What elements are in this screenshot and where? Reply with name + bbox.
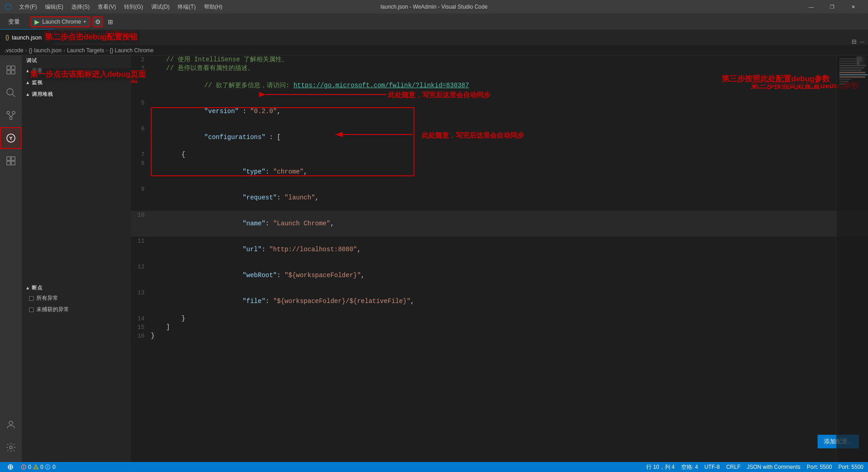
highlight-region: 7 { 8 "type": "chrome", 9 "request": "la…: [131, 150, 868, 323]
callstack-triangle-icon: ▲: [25, 92, 30, 97]
breadcrumb-sep2: ›: [63, 47, 65, 54]
source-control-icon: [5, 110, 16, 121]
svg-rect-13: [7, 157, 10, 160]
warning-icon: [33, 464, 39, 470]
search-icon: [5, 87, 16, 98]
status-left: 0 0 0: [5, 464, 55, 470]
checkbox-all-exceptions[interactable]: [29, 296, 34, 301]
more-actions-icon[interactable]: ···: [859, 38, 864, 45]
svg-rect-16: [11, 161, 15, 165]
arrow-svg: [331, 128, 422, 141]
explorer-icon: [5, 65, 16, 75]
activity-accounts[interactable]: [0, 414, 22, 436]
maximize-button[interactable]: ❐: [822, 0, 843, 14]
window-controls: — ❐ ✕: [801, 0, 863, 14]
sidebar-section-breakpoints-header[interactable]: ▲ 断点: [22, 283, 131, 293]
status-remote[interactable]: [5, 464, 16, 470]
activity-debug[interactable]: [0, 127, 22, 149]
status-position[interactable]: 行 10，列 4: [646, 463, 675, 471]
checkbox-uncaught-exceptions[interactable]: [29, 308, 34, 312]
vscode-logo-icon: ⬡: [5, 2, 12, 12]
breakpoint-uncaught-label: 未捕获的异常: [36, 306, 69, 313]
activity-source-control[interactable]: [0, 104, 22, 126]
menu-select[interactable]: 选择(S): [68, 2, 93, 12]
sidebar-section-watch-header[interactable]: ▲ 监视: [22, 77, 131, 87]
status-spaces[interactable]: 空格: 4: [681, 463, 698, 471]
status-encoding[interactable]: UTF-8: [704, 464, 720, 470]
status-bar: 0 0 0 行 10，列 4 空格: 4 UTF-8 CRLF JSON wit…: [0, 462, 868, 472]
sidebar-section-variables-label: 变量: [32, 67, 42, 74]
breadcrumb: .vscode › {} launch.json › Launch Target…: [0, 45, 868, 55]
close-button[interactable]: ✕: [843, 0, 863, 14]
sidebar-section-variables-header[interactable]: ▲ 变量: [22, 65, 131, 75]
sidebar-title: 调试: [22, 55, 131, 65]
title-bar-left: ⬡ 文件(F) 编辑(E) 选择(S) 查看(V) 转到(G) 调试(D) 终端…: [5, 2, 226, 12]
sidebar-section-variables: ▲ 变量: [22, 65, 131, 75]
code-line-11: 11 "url": "http://localhost:8080",: [131, 237, 868, 263]
svg-point-17: [9, 421, 13, 425]
activity-search[interactable]: [0, 82, 22, 104]
triangle-icon: ▲: [25, 68, 30, 73]
sidebar-section-watch-label: 监视: [32, 79, 42, 86]
menu-file[interactable]: 文件(F): [15, 2, 40, 12]
code-line-13: 13 "file": "${workspaceFolder}/${relativ…: [131, 288, 868, 314]
activity-explorer[interactable]: [0, 59, 22, 81]
svg-rect-1: [11, 66, 15, 70]
split-icon: ⊞: [108, 18, 113, 25]
title-bar-menu: 文件(F) 编辑(E) 选择(S) 查看(V) 转到(G) 调试(D) 终端(T…: [15, 2, 226, 12]
breadcrumb-vscode[interactable]: .vscode: [5, 47, 23, 54]
menu-goto[interactable]: 转到(G): [120, 2, 146, 12]
breakpoints-triangle-icon: ▲: [25, 285, 30, 290]
code-line-9: 9 "request": "launch",: [131, 185, 868, 211]
menu-edit[interactable]: 编辑(E): [41, 2, 67, 12]
sidebar-section-callstack-header[interactable]: ▲ 调用堆栈: [22, 89, 131, 99]
split-editor-icon[interactable]: ⊟: [852, 38, 857, 45]
debug-toolbar: ▶ Launch Chrome ▾ ⚙ ⊞: [30, 16, 116, 27]
sidebar-section-callstack-label: 调用堆栈: [32, 91, 53, 98]
svg-rect-3: [11, 70, 15, 74]
status-line-ending[interactable]: CRLF: [726, 464, 740, 470]
svg-point-7: [12, 111, 15, 114]
menu-terminal[interactable]: 终端(T): [174, 2, 199, 12]
svg-point-24: [23, 468, 24, 469]
annotation-step1: 第一步点击该图标进入debug页面: [131, 75, 138, 85]
status-right: 行 10，列 4 空格: 4 UTF-8 CRLF JSON with Comm…: [646, 463, 863, 471]
breakpoint-uncaught-exceptions[interactable]: 未捕获的异常: [22, 304, 131, 315]
debug-icon: [5, 133, 16, 144]
code-line-16: 16 }: [131, 332, 868, 340]
menu-help[interactable]: 帮助(H): [200, 2, 226, 12]
annotation-step2: 第二步点击debug配置按钮: [43, 30, 136, 40]
activity-settings[interactable]: [0, 437, 22, 458]
breadcrumb-launch-chrome[interactable]: {} Launch Chrome: [110, 47, 154, 54]
status-port[interactable]: Port: 5500: [807, 464, 832, 470]
breadcrumb-launch-targets[interactable]: Launch Targets: [67, 47, 104, 54]
info-count: 0: [52, 464, 55, 470]
error-icon: [21, 464, 26, 470]
debug-config-name: Launch Chrome: [42, 19, 81, 25]
minimize-button[interactable]: —: [801, 0, 822, 14]
minimap-content: ▓▓▒░ ▓▒▒░: [837, 55, 868, 87]
breadcrumb-launch-json[interactable]: {} launch.json: [29, 47, 61, 54]
dropdown-arrow-icon: ▾: [84, 19, 86, 24]
debug-gear-button[interactable]: ⚙: [92, 16, 103, 27]
watch-triangle-icon: ▲: [25, 80, 30, 85]
status-errors[interactable]: 0 0 0: [21, 464, 55, 470]
code-line-5: 5 "version" : "0.2.0",: [131, 99, 868, 124]
code-editor[interactable]: 2 // 使用 IntelliSense 了解相关属性。 3 // 悬停以查看有…: [131, 55, 868, 462]
debug-config-button[interactable]: ▶ Launch Chrome ▾: [30, 16, 90, 27]
breakpoint-all-exceptions[interactable]: 所有异常: [22, 293, 131, 304]
menu-view[interactable]: 查看(V): [94, 2, 120, 12]
svg-rect-0: [7, 66, 10, 70]
accounts-icon: [5, 419, 16, 430]
code-line-3: 3 // 悬停以查看有属性的描述。: [131, 64, 868, 73]
debug-split-button[interactable]: ⊞: [105, 16, 116, 27]
menu-debug[interactable]: 调试(D): [148, 2, 174, 12]
code-line-7: 7 {: [131, 150, 868, 159]
status-port-label[interactable]: Port: 5500: [838, 464, 863, 470]
info-icon: [45, 464, 50, 470]
code-line-12: 12 "webRoot": "${workspaceFolder}",: [131, 263, 868, 288]
breadcrumb-sep1: ›: [25, 47, 27, 54]
activity-extensions[interactable]: [0, 150, 22, 172]
status-language[interactable]: JSON with Comments: [747, 464, 800, 470]
sidebar-section-callstack: ▲ 调用堆栈: [22, 89, 131, 99]
